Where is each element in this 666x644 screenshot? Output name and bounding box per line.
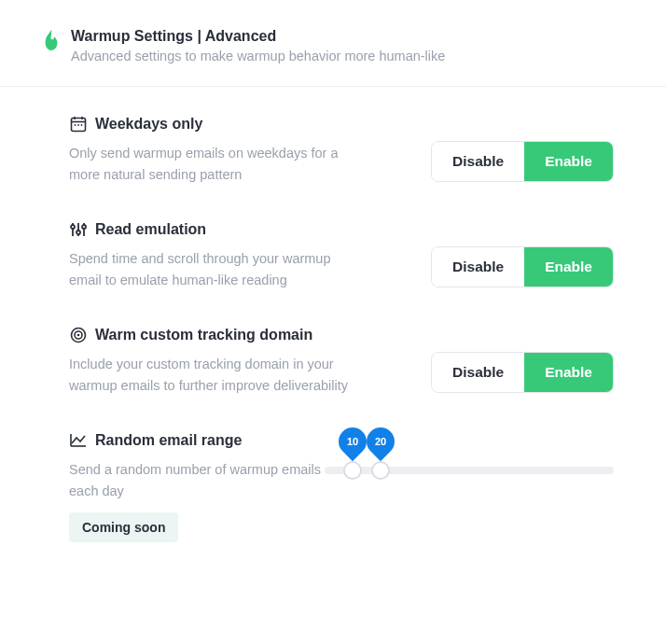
svg-point-6 (81, 124, 83, 126)
tracking-left: Warm custom tracking domain Include your… (69, 326, 349, 396)
weekdays-disable-button[interactable]: Disable (432, 142, 524, 181)
tracking-disable-button[interactable]: Disable (432, 353, 524, 392)
weekdays-enable-button[interactable]: Enable (524, 142, 613, 181)
read-left: Read emulation Spend time and scroll thr… (69, 220, 349, 290)
weekdays-desc: Only send warmup emails on weekdays for … (69, 143, 349, 185)
setting-weekdays: Weekdays only Only send warmup emails on… (69, 115, 614, 185)
svg-point-5 (77, 124, 79, 126)
weekdays-toggle: Disable Enable (431, 141, 614, 182)
chart-line-icon (69, 431, 88, 450)
read-desc: Spend time and scroll through your warmu… (69, 248, 349, 290)
page-title: Warmup Settings | Advanced (71, 26, 445, 47)
settings-body: Weekdays only Only send warmup emails on… (0, 87, 666, 542)
svg-point-4 (75, 124, 76, 126)
range-left: Random email range Send a random number … (69, 431, 325, 542)
flame-icon (41, 28, 62, 52)
svg-point-11 (76, 231, 80, 234)
tracking-title: Warm custom tracking domain (95, 327, 312, 343)
target-icon (69, 326, 88, 344)
slider-min-value: 10 (347, 436, 358, 447)
svg-point-10 (71, 225, 75, 229)
slider-max-value: 20 (375, 436, 386, 447)
range-slider[interactable]: 10 20 (325, 427, 614, 474)
setting-tracking-domain: Warm custom tracking domain Include your… (69, 326, 614, 396)
read-disable-button[interactable]: Disable (432, 247, 524, 287)
svg-point-15 (77, 334, 80, 337)
range-title: Random email range (95, 432, 242, 449)
tracking-toggle: Disable Enable (431, 352, 614, 393)
weekdays-title: Weekdays only (95, 116, 202, 133)
slider-pin-min: 10 (339, 427, 367, 455)
tracking-desc: Include your custom tracking domain in y… (69, 354, 349, 396)
coming-soon-badge: Coming soon (69, 512, 178, 542)
slider-thumb-max[interactable] (371, 461, 390, 480)
header-text-block: Warmup Settings | Advanced Advanced sett… (71, 26, 445, 63)
read-title: Read emulation (95, 221, 206, 238)
setting-read-emulation: Read emulation Spend time and scroll thr… (69, 220, 614, 290)
setting-random-range: Random email range Send a random number … (69, 431, 614, 542)
svg-point-12 (82, 225, 86, 229)
slider-track[interactable] (325, 467, 614, 474)
slider-thumb-min[interactable] (343, 461, 362, 480)
setting-weekdays-left: Weekdays only Only send warmup emails on… (69, 115, 349, 185)
settings-sliders-icon (69, 220, 88, 239)
page-header: Warmup Settings | Advanced Advanced sett… (0, 0, 666, 87)
read-toggle: Disable Enable (431, 246, 614, 287)
page-subtitle: Advanced settings to make warmup behavio… (71, 49, 445, 63)
calendar-icon (69, 115, 88, 133)
slider-pin-max: 20 (367, 427, 395, 455)
range-desc: Send a random number of warmup emails ea… (69, 459, 325, 501)
read-enable-button[interactable]: Enable (524, 247, 613, 287)
tracking-enable-button[interactable]: Enable (524, 353, 613, 392)
